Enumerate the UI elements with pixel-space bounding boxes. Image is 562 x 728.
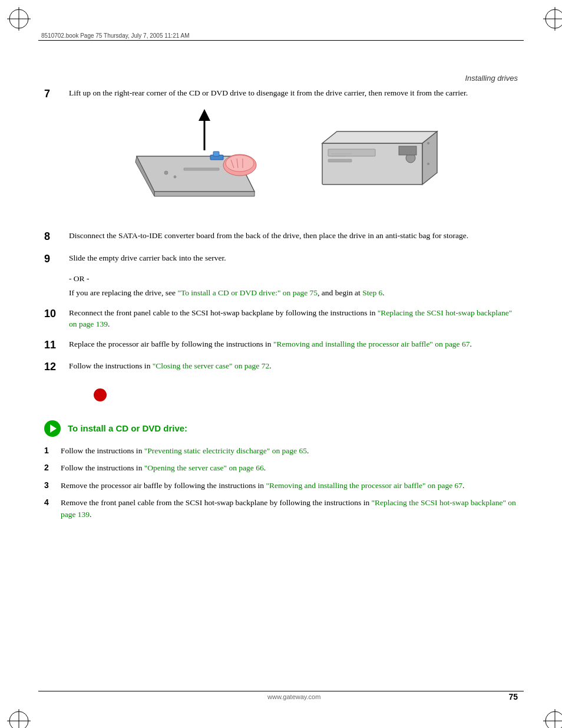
if-text-suffix: , and begin at bbox=[318, 288, 362, 297]
install-step-1-block: 1 Follow the instructions in "Preventing… bbox=[44, 445, 518, 457]
step-12-prefix: Follow the instructions in bbox=[69, 361, 153, 370]
if-replacing-text: If you are replacing the drive, see "To … bbox=[69, 287, 518, 299]
if-text-prefix: If you are replacing the drive, see bbox=[69, 288, 177, 297]
if-link-install[interactable]: "To install a CD or DVD drive:" on page … bbox=[177, 288, 318, 297]
svg-marker-19 bbox=[199, 109, 210, 121]
header-rule bbox=[38, 40, 524, 41]
play-arrow-icon bbox=[44, 420, 61, 437]
step-8-block: 8 Disconnect the SATA-to-IDE converter b… bbox=[44, 230, 518, 243]
install-step-2-suffix: . bbox=[264, 463, 266, 472]
footer: www.gateway.com 75 bbox=[44, 692, 518, 701]
step-12-text: Follow the instructions in "Closing the … bbox=[69, 360, 518, 372]
install-step-4-number: 4 bbox=[44, 497, 61, 509]
svg-point-34 bbox=[427, 142, 429, 144]
corner-mark-tl bbox=[7, 7, 19, 19]
step-11-suffix: . bbox=[470, 340, 472, 348]
or-divider: - OR - bbox=[69, 274, 518, 284]
install-step-4-suffix: . bbox=[90, 510, 91, 519]
step-7-number: 7 bbox=[44, 87, 69, 101]
main-content: 7 Lift up on the right-rear corner of th… bbox=[44, 87, 518, 526]
step-12-number: 12 bbox=[44, 360, 69, 374]
if-link-step6[interactable]: Step 6 bbox=[362, 288, 382, 297]
step-11-block: 11 Replace the processor air baffle by f… bbox=[44, 338, 518, 352]
step-11-link[interactable]: "Removing and installing the processor a… bbox=[273, 340, 470, 348]
install-step-1-suffix: . bbox=[307, 446, 309, 455]
svg-rect-33 bbox=[399, 146, 416, 155]
install-step-1-link[interactable]: "Preventing static electricity discharge… bbox=[144, 446, 307, 455]
install-heading-text: To install a CD or DVD drive: bbox=[68, 423, 187, 433]
install-step-2-block: 2 Follow the instructions in "Opening th… bbox=[44, 462, 518, 474]
svg-marker-28 bbox=[322, 131, 437, 143]
step-10-prefix: Reconnect the front panel cable to the S… bbox=[69, 308, 378, 317]
install-step-3-link[interactable]: "Removing and installing the processor a… bbox=[266, 481, 462, 490]
step-9-text: Slide the empty drive carrier back into … bbox=[69, 252, 518, 264]
step-12-suffix: . bbox=[269, 361, 271, 370]
svg-rect-17 bbox=[184, 168, 219, 170]
step-11-number: 11 bbox=[44, 338, 69, 352]
stop-icon bbox=[94, 388, 107, 401]
drive-left-svg bbox=[119, 109, 290, 218]
svg-point-35 bbox=[427, 163, 429, 165]
install-step-3-suffix: . bbox=[462, 481, 464, 490]
install-step-1-number: 1 bbox=[44, 445, 61, 457]
install-step-4-block: 4 Remove the front panel cable from the … bbox=[44, 497, 518, 520]
drive-illustration bbox=[44, 109, 518, 218]
svg-point-16 bbox=[174, 176, 176, 178]
install-step-4-prefix: Remove the front panel cable from the SC… bbox=[61, 498, 372, 507]
corner-mark-br bbox=[543, 709, 555, 721]
svg-point-9 bbox=[546, 711, 562, 728]
svg-rect-30 bbox=[328, 149, 375, 156]
install-step-1-prefix: Follow the instructions in bbox=[61, 446, 144, 455]
install-section-heading: To install a CD or DVD drive: bbox=[44, 420, 518, 437]
corner-mark-bl bbox=[7, 709, 19, 721]
page: 8510702.book Page 75 Thursday, July 7, 2… bbox=[0, 0, 562, 728]
install-step-3-text: Remove the processor air baffle by follo… bbox=[61, 480, 518, 492]
step-7-text: Lift up on the right-rear corner of the … bbox=[69, 87, 518, 99]
footer-rule bbox=[38, 691, 524, 691]
install-step-2-text: Follow the instructions in "Opening the … bbox=[61, 462, 518, 474]
svg-point-15 bbox=[164, 171, 168, 174]
svg-rect-26 bbox=[213, 151, 219, 156]
section-header: Installing drives bbox=[465, 74, 518, 83]
step-10-text: Reconnect the front panel cable to the S… bbox=[69, 307, 518, 330]
step-11-prefix: Replace the processor air baffle by foll… bbox=[69, 340, 273, 348]
step-11-text: Replace the processor air baffle by foll… bbox=[69, 338, 518, 350]
footer-url: www.gateway.com bbox=[80, 693, 508, 700]
install-step-3-number: 3 bbox=[44, 480, 61, 492]
svg-marker-13 bbox=[154, 192, 254, 196]
step-10-suffix: . bbox=[108, 319, 110, 328]
install-step-1-text: Follow the instructions in "Preventing s… bbox=[61, 445, 518, 457]
install-step-3-prefix: Remove the processor air baffle by follo… bbox=[61, 481, 266, 490]
step-10-number: 10 bbox=[44, 307, 69, 321]
step-12-link[interactable]: "Closing the server case" on page 72 bbox=[153, 361, 269, 370]
step-8-number: 8 bbox=[44, 230, 69, 243]
install-step-2-prefix: Follow the instructions in bbox=[61, 463, 144, 472]
drive-right-svg bbox=[319, 126, 443, 202]
svg-point-21 bbox=[226, 155, 254, 172]
stop-icon-container bbox=[44, 383, 518, 410]
step-9-number: 9 bbox=[44, 252, 69, 266]
step-12-block: 12 Follow the instructions in "Closing t… bbox=[44, 360, 518, 374]
install-step-3-block: 3 Remove the processor air baffle by fol… bbox=[44, 480, 518, 492]
svg-rect-31 bbox=[328, 159, 352, 162]
install-step-2-link[interactable]: "Opening the server case" on page 66 bbox=[144, 463, 264, 472]
install-step-2-number: 2 bbox=[44, 462, 61, 474]
step-9-block: 9 Slide the empty drive carrier back int… bbox=[44, 252, 518, 266]
step-7-block: 7 Lift up on the right-rear corner of th… bbox=[44, 87, 518, 101]
file-info: 8510702.book Page 75 Thursday, July 7, 2… bbox=[41, 32, 189, 39]
step-10-block: 10 Reconnect the front panel cable to th… bbox=[44, 307, 518, 330]
step-8-text: Disconnect the SATA-to-IDE converter boa… bbox=[69, 230, 518, 242]
corner-mark-tr bbox=[543, 7, 555, 19]
install-step-4-text: Remove the front panel cable from the SC… bbox=[61, 497, 518, 520]
footer-page-number: 75 bbox=[508, 692, 518, 701]
if-text-end: . bbox=[382, 288, 384, 297]
